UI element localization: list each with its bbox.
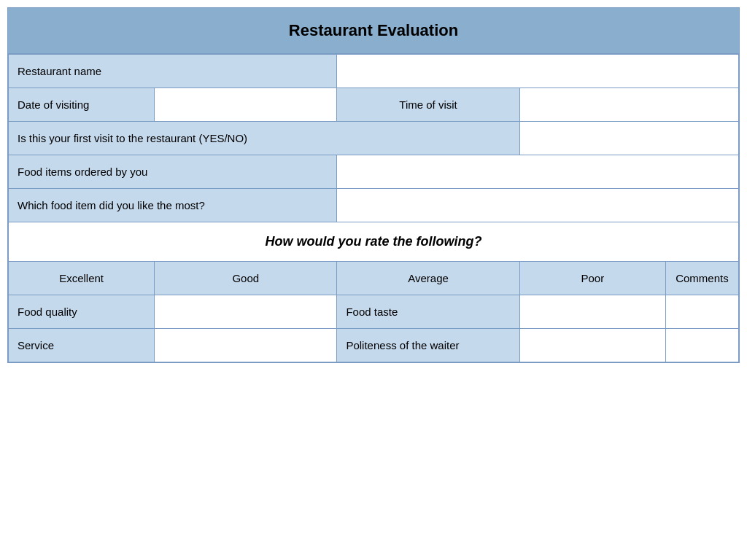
date-of-visiting-label: Date of visiting — [9, 88, 155, 122]
food-taste-label: Food taste — [337, 295, 519, 329]
which-food-item-value[interactable] — [337, 189, 739, 222]
food-quality-excellent[interactable] — [155, 295, 337, 329]
excellent-header: Excellent — [9, 262, 155, 295]
time-of-visit-label: Time of visit — [337, 88, 519, 122]
service-row: Service Politeness of the waiter — [9, 329, 739, 362]
politeness-good[interactable] — [519, 329, 665, 362]
good-header: Good — [155, 262, 337, 295]
rating-section-header-row: How would you rate the following? — [9, 222, 739, 262]
rating-headers-row: Excellent Good Average Poor Comments — [9, 262, 739, 295]
form-title: Restaurant Evaluation — [8, 8, 739, 54]
form-container: Restaurant Evaluation Restaurant name Da… — [7, 7, 740, 363]
restaurant-name-value[interactable] — [337, 55, 739, 88]
first-visit-label: Is this your first visit to the restaura… — [9, 122, 520, 155]
food-taste-comments[interactable] — [665, 295, 738, 329]
food-items-ordered-value[interactable] — [337, 155, 739, 189]
service-label: Service — [9, 329, 155, 362]
which-food-item-label: Which food item did you like the most? — [9, 189, 337, 222]
comments-header: Comments — [665, 262, 738, 295]
food-taste-good[interactable] — [519, 295, 665, 329]
food-quality-label: Food quality — [9, 295, 155, 329]
first-visit-value[interactable] — [519, 122, 738, 155]
restaurant-name-row: Restaurant name — [9, 55, 739, 88]
which-food-item-row: Which food item did you like the most? — [9, 189, 739, 222]
rating-section-header: How would you rate the following? — [9, 222, 739, 262]
time-of-visit-value[interactable] — [519, 88, 738, 122]
restaurant-name-label: Restaurant name — [9, 55, 337, 88]
service-excellent[interactable] — [155, 329, 337, 362]
date-time-row: Date of visiting Time of visit — [9, 88, 739, 122]
first-visit-row: Is this your first visit to the restaura… — [9, 122, 739, 155]
poor-header: Poor — [519, 262, 665, 295]
average-header: Average — [337, 262, 519, 295]
politeness-label: Politeness of the waiter — [337, 329, 519, 362]
food-quality-row: Food quality Food taste — [9, 295, 739, 329]
food-items-ordered-label: Food items ordered by you — [9, 155, 337, 189]
politeness-comments[interactable] — [665, 329, 738, 362]
date-of-visiting-value[interactable] — [155, 88, 337, 122]
food-items-ordered-row: Food items ordered by you — [9, 155, 739, 189]
